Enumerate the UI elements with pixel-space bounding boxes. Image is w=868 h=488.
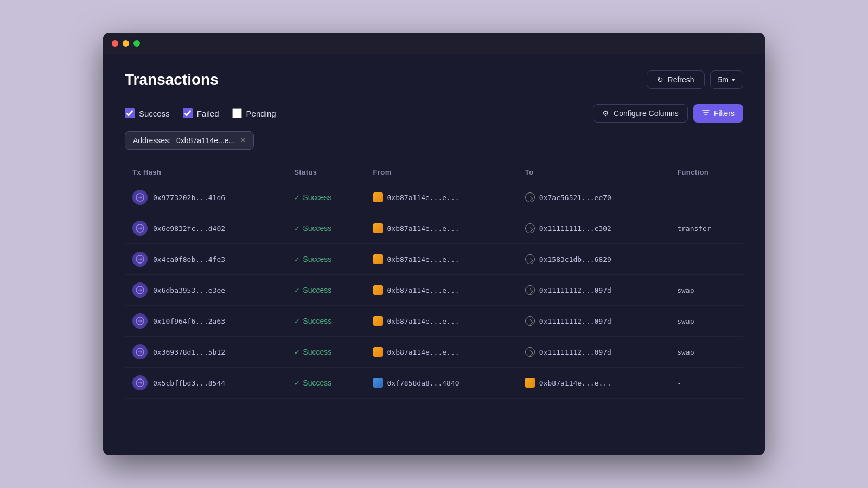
status-text: Success [303,317,331,325]
status-text: Success [303,224,331,233]
table-row[interactable]: 0x10f964f6...2a63 ✓ Success 0xb87a114e..… [125,306,743,337]
status-text: Success [303,348,331,356]
col-to: To [518,163,669,182]
function-cell: - [669,182,743,213]
to-value: 0x11111112...097d [539,286,611,294]
from-value: 0xb87a114e...e... [387,255,459,264]
address-tag-close[interactable]: × [240,136,245,145]
gear-icon: ⚙ [602,109,609,118]
check-icon: ✓ [294,317,300,325]
success-checkbox[interactable] [125,108,135,118]
tx-hash-value: 0x10f964f6...2a63 [153,317,225,325]
address-prefix: Addresses: [133,136,171,145]
table-row[interactable]: 0x369378d1...5b12 ✓ Success 0xb87a114e..… [125,337,743,368]
success-filter[interactable]: Success [125,108,170,118]
close-dot[interactable] [112,40,118,47]
from-address: 0xb87a114e...e... [373,316,510,326]
to-address: 0xb87a114e...e... [525,378,662,388]
minimize-dot[interactable] [123,40,129,47]
pending-filter[interactable]: Pending [232,108,276,118]
from-icon [373,223,383,233]
tx-hash-cell: 0x369378d1...5b12 [125,337,286,368]
to-contract-icon [525,285,535,295]
col-tx-hash: Tx Hash [125,163,286,182]
from-cell: 0xb87a114e...e... [366,213,518,244]
from-cell: 0xb87a114e...e... [366,244,518,275]
from-value: 0xb87a114e...e... [387,286,459,294]
transactions-table: Tx Hash Status From To Function 0x977320… [125,163,743,399]
page-title: Transactions [125,71,219,88]
status-badge: ✓ Success [294,193,358,202]
failed-checkbox[interactable] [183,108,193,118]
check-icon: ✓ [294,379,300,387]
tx-hash-value: 0x9773202b...41d6 [153,194,225,202]
from-cell: 0xf7858da8...4840 [366,368,518,399]
check-icon: ✓ [294,224,300,233]
status-text: Success [303,255,331,264]
from-cell: 0xb87a114e...e... [366,306,518,337]
interval-button[interactable]: 5m ▾ [710,70,743,89]
tx-icon [132,344,148,359]
table-row[interactable]: 0x6dba3953...e3ee ✓ Success 0xb87a114e..… [125,275,743,306]
status-badge: ✓ Success [294,378,358,387]
titlebar [103,33,765,54]
to-contract-icon [525,254,535,264]
status-text: Success [303,193,331,202]
configure-label: Configure Columns [614,109,679,118]
table-row[interactable]: 0x6e9832fc...d402 ✓ Success 0xb87a114e..… [125,213,743,244]
from-cell: 0xb87a114e...e... [366,275,518,306]
from-icon [373,347,383,357]
to-cell: 0x1583c1db...6829 [518,244,669,275]
filters-label: Filters [714,109,735,118]
table-row[interactable]: 0x5cbffbd3...8544 ✓ Success 0xf7858da8..… [125,368,743,399]
action-buttons: ⚙ Configure Columns Filters [593,104,743,123]
to-address: 0x1583c1db...6829 [525,254,662,264]
maximize-dot[interactable] [133,40,140,47]
filters-button[interactable]: Filters [693,104,743,123]
status-cell: ✓ Success [286,337,365,368]
from-address: 0xb87a114e...e... [373,223,510,233]
tx-hash-value: 0x6e9832fc...d402 [153,224,225,233]
function-cell: swap [669,306,743,337]
status-badge: ✓ Success [294,348,358,356]
from-address: 0xb87a114e...e... [373,347,510,357]
table-row[interactable]: 0x9773202b...41d6 ✓ Success 0xb87a114e..… [125,182,743,213]
pending-label: Pending [246,109,276,118]
failed-filter[interactable]: Failed [183,108,219,118]
from-address: 0xf7858da8...4840 [373,378,510,388]
status-cell: ✓ Success [286,213,365,244]
to-value: 0x11111111...c302 [539,224,611,233]
tx-icon [132,375,148,390]
from-value: 0xf7858da8...4840 [387,379,459,387]
status-badge: ✓ Success [294,286,358,294]
col-status: Status [286,163,365,182]
table-header-row: Tx Hash Status From To Function [125,163,743,182]
from-value: 0xb87a114e...e... [387,194,459,202]
to-value: 0x7ac56521...ee70 [539,194,611,202]
to-address: 0x11111112...097d [525,316,662,326]
refresh-button[interactable]: ↻ Refresh [647,70,705,89]
status-cell: ✓ Success [286,275,365,306]
from-address: 0xb87a114e...e... [373,192,510,202]
status-cell: ✓ Success [286,368,365,399]
to-cell: 0x11111111...c302 [518,213,669,244]
tx-hash-value: 0x6dba3953...e3ee [153,286,225,294]
header-actions: ↻ Refresh 5m ▾ [647,70,743,89]
tx-hash-cell: 0x10f964f6...2a63 [125,306,286,337]
to-cell: 0x11111112...097d [518,275,669,306]
from-icon [373,192,383,202]
to-value: 0xb87a114e...e... [539,379,611,387]
from-value: 0xb87a114e...e... [387,348,459,356]
status-badge: ✓ Success [294,317,358,325]
tx-hash-value: 0x5cbffbd3...8544 [153,379,225,387]
check-icon: ✓ [294,286,300,294]
tx-hash-cell: 0x9773202b...41d6 [125,182,286,213]
refresh-label: Refresh [668,75,694,84]
pending-checkbox[interactable] [232,108,242,118]
configure-columns-button[interactable]: ⚙ Configure Columns [593,104,688,123]
table-row[interactable]: 0x4ca0f8eb...4fe3 ✓ Success 0xb87a114e..… [125,244,743,275]
tx-hash-value: 0x4ca0f8eb...4fe3 [153,255,225,264]
success-label: Success [139,109,170,118]
from-address: 0xb87a114e...e... [373,254,510,264]
to-cell: 0x7ac56521...ee70 [518,182,669,213]
